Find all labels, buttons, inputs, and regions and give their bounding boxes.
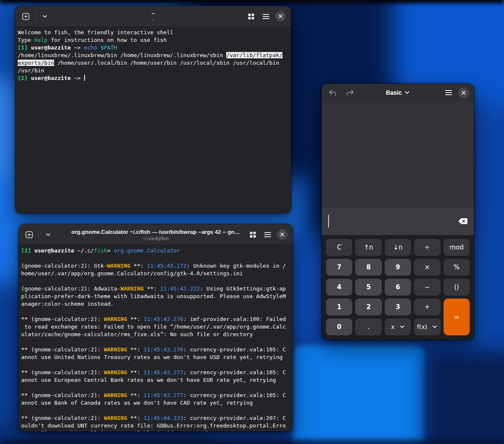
terminal-line: ** (gnome-calculator:2): WARNING **: 11:… (21, 392, 290, 399)
mode-selector-button[interactable]: Basic (386, 89, 410, 96)
terminal-headerbar[interactable]: org.gnome.Calculator ~/.c/fish — /usr/bi… (19, 224, 293, 245)
terminal-window-calculator-log: org.gnome.Calculator ~/.c/fish — /usr/bi… (19, 224, 293, 431)
terminal-line: /home/linuxbrew/.linuxbrew/bin /home/lin… (18, 52, 288, 59)
terminal-line (21, 407, 290, 414)
calc-key-5[interactable]: 5 (355, 279, 381, 296)
calc-key-label: x (391, 323, 394, 330)
calc-key-decimal[interactable]: . (355, 318, 381, 335)
calc-key-multiply[interactable]: × (414, 259, 440, 276)
terminal-line: ** (gnome-calculator:2): WARNING **: 11:… (21, 315, 290, 323)
calc-key-label: . (367, 323, 370, 331)
calc-key-4[interactable]: 4 (326, 279, 352, 296)
calc-key-9[interactable]: 9 (385, 259, 411, 276)
chevron-down-icon (405, 91, 410, 94)
calc-key-subscript[interactable]: ↓n (385, 239, 411, 256)
calculator-headerbar[interactable]: Basic (322, 84, 474, 101)
terminal-line (21, 308, 290, 315)
wallpaper-shape (425, 353, 504, 444)
close-button[interactable] (458, 88, 469, 98)
terminal-line: ** (gnome-calculator:2): WARNING **: 11:… (21, 369, 290, 376)
calc-key-6[interactable]: 6 (385, 279, 411, 296)
calc-key-superscript[interactable]: ↑n (355, 239, 381, 256)
terminal-output[interactable]: [I] user@bazzite ~/.c/fish> org.gnome.Ca… (19, 245, 293, 431)
calc-key-equals[interactable]: = (444, 299, 470, 335)
new-tab-button[interactable] (20, 11, 31, 22)
redo-icon (346, 90, 354, 96)
calc-key-percent[interactable]: % (444, 259, 470, 276)
calc-key-label: − (425, 283, 430, 291)
terminal-line (21, 277, 290, 285)
wallpaper-shape (293, 345, 425, 444)
redo-button[interactable] (345, 87, 356, 98)
tab-list-button[interactable] (43, 229, 54, 240)
wallpaper-shape (0, 0, 504, 3)
tab-overview-button[interactable] (247, 229, 258, 240)
tab-overview-icon (250, 232, 256, 238)
calc-key-label: f(x) (417, 323, 427, 330)
calculation-history-panel (322, 101, 474, 207)
calc-key-2[interactable]: 2 (355, 299, 381, 315)
calc-key-function[interactable]: f(x) (414, 318, 440, 335)
calc-key-label: 6 (396, 283, 400, 291)
menu-button[interactable] (262, 229, 273, 240)
text-caret (328, 215, 329, 227)
calc-key-label: ↓n (393, 244, 403, 251)
menu-icon (264, 232, 271, 237)
close-button[interactable] (277, 229, 288, 240)
calc-key-variable[interactable]: x (385, 318, 411, 335)
calc-key-parentheses[interactable]: () (444, 279, 470, 296)
wallpaper-shape (0, 441, 504, 444)
tab-overview-button[interactable] (246, 11, 257, 22)
terminal-headerbar[interactable]: ~ ~ (15, 6, 291, 27)
terminal-line: ulator/cache/gnome-calculator/rms_five.x… (21, 331, 290, 338)
chevron-down-icon (46, 233, 51, 236)
calc-key-0[interactable]: 0 (326, 318, 352, 335)
calc-key-label: 7 (337, 263, 341, 271)
tab-overview-icon (248, 14, 254, 19)
tab-list-button[interactable] (39, 11, 50, 22)
terminal-line: /usr/bin (18, 67, 288, 74)
calculator-keypad: C↑n↓n÷mod789×%456−()123+=0.xf(x) (322, 235, 474, 340)
terminal-output[interactable]: Welcome to fish, the friendly interactiv… (15, 27, 291, 84)
calc-key-modulus[interactable]: mod (444, 239, 470, 256)
mode-label: Basic (386, 89, 402, 96)
terminal-line: [I] user@bazzite ~/.c/fish> org.gnome.Ca… (21, 247, 290, 255)
terminal-line (21, 384, 290, 392)
terminal-line: Type help for instructions on how to use… (18, 36, 288, 44)
new-tab-icon (22, 13, 30, 20)
window-subtitle: ~/.config/fish (71, 236, 241, 241)
terminal-line: annot use Bank of Canada rates as we don… (21, 399, 290, 407)
calc-key-divide[interactable]: ÷ (414, 239, 440, 256)
header-separator (35, 12, 36, 21)
undo-button[interactable] (327, 87, 338, 98)
menu-button[interactable] (260, 11, 271, 22)
terminal-line: annot use European Central Bank rates as… (21, 376, 290, 384)
calc-key-label: C (337, 244, 341, 251)
terminal-line (21, 361, 290, 369)
calculator-display-field[interactable] (322, 207, 474, 235)
close-button[interactable] (275, 11, 286, 22)
calc-key-label: mod (449, 244, 463, 251)
calc-key-label: 4 (337, 283, 341, 291)
calc-key-label: 0 (337, 323, 341, 331)
calc-key-8[interactable]: 8 (355, 259, 381, 276)
terminal-line: r.NotAllowed: This call is not available… (21, 430, 290, 431)
new-tab-button[interactable] (24, 229, 35, 240)
calc-key-1[interactable]: 1 (326, 299, 352, 315)
calc-key-subtract[interactable]: − (414, 279, 440, 296)
terminal-cursor (84, 75, 85, 81)
calc-key-3[interactable]: 3 (385, 299, 411, 315)
menu-button[interactable] (443, 87, 454, 98)
calc-key-label: + (425, 303, 430, 311)
window-title-block: ~ ~ (68, 10, 238, 22)
menu-icon (263, 14, 269, 19)
calc-key-7[interactable]: 7 (326, 259, 352, 276)
calc-key-add[interactable]: + (414, 299, 440, 315)
terminal-line: anager:color-scheme instead. (21, 300, 290, 308)
terminal-line: [I] user@bazzite ~> (18, 74, 288, 82)
calc-key-clear[interactable]: C (326, 239, 352, 256)
header-separator (38, 230, 39, 239)
chevron-down-icon (400, 325, 405, 329)
backspace-button[interactable] (458, 218, 468, 225)
terminal-line: Welcome to fish, the friendly interactiv… (18, 29, 288, 36)
